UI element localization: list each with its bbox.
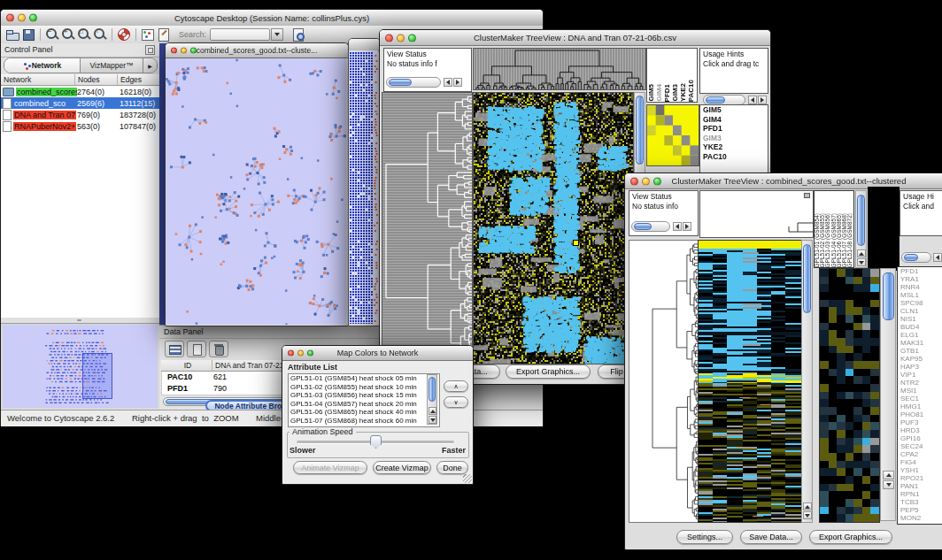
network-list-row[interactable]: combined_sco 2569(6) 13112(15)	[1, 97, 159, 109]
hscroll-thumb[interactable]	[389, 79, 412, 86]
gene-label[interactable]: HMG1	[898, 403, 942, 410]
close-button[interactable]	[171, 48, 177, 54]
row-label[interactable]: PAC10	[700, 152, 768, 162]
zoom-fit-icon[interactable]: ▫	[92, 27, 108, 42]
gene-label[interactable]: NIS1	[898, 315, 942, 323]
vscroll-thumb[interactable]	[636, 96, 644, 165]
scroll-down-button[interactable]	[429, 416, 436, 424]
gene-label[interactable]: MSL1	[898, 291, 942, 299]
gene-label[interactable]: MSI1	[898, 387, 942, 395]
attribute-item[interactable]: GPL51-04 (GSM857) heat shock 20 min	[289, 400, 439, 409]
minimize-button[interactable]	[642, 177, 650, 185]
tv2-zoom-heatmap[interactable]	[819, 268, 880, 523]
gene-label[interactable]: CLN1	[898, 307, 942, 315]
vscroll-thumb[interactable]	[429, 377, 436, 402]
tv2-settings-button[interactable]: Settings...	[676, 530, 733, 544]
tv2-zoom-vscrollbar[interactable]	[880, 268, 896, 521]
tv1-status-hscrollbar[interactable]	[386, 77, 441, 88]
save-session-icon[interactable]	[20, 27, 36, 42]
network-view-canvas[interactable]	[166, 58, 346, 325]
tv1-similarity-matrix[interactable]	[646, 104, 699, 166]
scroll-left-button[interactable]	[673, 222, 682, 231]
move-attribute-down-button[interactable]: ∨	[444, 396, 468, 408]
tab-vizmapper[interactable]: VizMapper™	[81, 58, 143, 73]
gene-label[interactable]: SPC98	[898, 299, 942, 307]
row-label[interactable]: YKE2	[700, 142, 768, 152]
row-label[interactable]: GIM5	[700, 105, 768, 115]
hscroll-thumb[interactable]	[904, 254, 918, 261]
gene-label[interactable]: NTR2	[898, 379, 942, 387]
column-label[interactable]: YKE2	[679, 83, 687, 102]
gene-label[interactable]: BUD4	[898, 323, 942, 331]
tv2-labels-vscrollbar[interactable]	[855, 190, 867, 268]
create-vizmap-button[interactable]: Create Vizmap	[373, 461, 431, 474]
column-header-nodes[interactable]: Nodes	[75, 74, 118, 86]
tv2-status-hscrollbar[interactable]	[631, 221, 670, 232]
minimize-button[interactable]	[181, 48, 187, 54]
close-button[interactable]	[6, 14, 14, 22]
column-label[interactable]: PAC10	[687, 80, 695, 102]
hscroll-thumb[interactable]	[706, 96, 725, 104]
scroll-down-button[interactable]	[803, 511, 812, 519]
scroll-left-button[interactable]	[933, 253, 942, 262]
minimize-button[interactable]	[397, 34, 405, 42]
gene-label[interactable]: HAP3	[898, 363, 942, 371]
tab-network[interactable]: Network	[4, 58, 81, 73]
scroll-up-button[interactable]	[429, 407, 436, 415]
tv2-row-dendrogram[interactable]	[629, 240, 699, 523]
network-list-row[interactable]: RNAPuberNov2+ 563(0) 107847(0)	[1, 120, 159, 132]
gene-label[interactable]: RPN1	[898, 490, 942, 498]
search-input[interactable]	[210, 28, 270, 41]
zoom-button[interactable]	[29, 14, 37, 22]
attribute-listbox[interactable]: GPL51-01 (GSM854) heat shock 05 minGPL51…	[288, 373, 440, 427]
column-label[interactable]: PFD1	[663, 84, 671, 102]
tv2-heatmap-vscrollbar[interactable]	[801, 240, 813, 523]
scroll-right-button[interactable]	[453, 78, 462, 87]
network-list-row[interactable]: combined_scores 2764(0) 16218(0)	[1, 86, 159, 97]
minimize-button[interactable]	[297, 350, 304, 357]
gene-label[interactable]: RPO21	[898, 474, 942, 482]
network-list-row[interactable]: DNA and Tran 07 769(0) 183728(0)	[1, 109, 159, 120]
move-attribute-up-button[interactable]: ∧	[444, 380, 468, 392]
vscroll-thumb[interactable]	[857, 195, 865, 246]
resize-grip[interactable]	[463, 474, 472, 483]
gene-label[interactable]: MON2	[898, 514, 942, 522]
attribute-item[interactable]: GPL51-03 (GSM856) heat shock 15 min	[289, 391, 439, 400]
filter-icon[interactable]	[290, 27, 306, 42]
tab-overflow-button[interactable]: ▶	[143, 58, 157, 73]
zoom-in-icon[interactable]: +	[60, 27, 76, 42]
gene-label[interactable]: MAK31	[898, 339, 942, 347]
tv2-column-labels[interactable]: GPL51-01 (GSM854)GPL51-02 (GSM855)GPL51-…	[814, 190, 854, 268]
zoom-out-icon[interactable]: −	[44, 27, 60, 42]
column-label[interactable]: GPL51-03 (GSM856)	[825, 213, 830, 267]
network-list[interactable]: combined_scores 2764(0) 16218(0) combine…	[1, 86, 159, 318]
attribute-item[interactable]: GPL51-02 (GSM855) heat shock 10 min	[289, 383, 439, 392]
attribute-item[interactable]: GPL51-06 (GSM865) heat shock 40 min	[289, 408, 439, 417]
gene-label[interactable]: YRA1	[898, 275, 942, 283]
gene-label[interactable]: ELG1	[898, 331, 942, 339]
vscroll-thumb[interactable]	[883, 272, 894, 320]
scroll-up-button[interactable]	[857, 249, 866, 257]
tv2-usage-hscrollbar[interactable]	[901, 252, 931, 263]
row-label[interactable]: PFD1	[700, 124, 768, 134]
hscroll-thumb[interactable]	[634, 223, 652, 230]
annotation-icon[interactable]	[156, 27, 172, 42]
zoom-button[interactable]	[190, 48, 197, 54]
column-label[interactable]: GIM3	[671, 84, 679, 102]
column-header-edges[interactable]: Edges	[118, 74, 159, 86]
gene-label[interactable]: CPA2	[898, 450, 942, 458]
column-header-id[interactable]: ID	[161, 360, 212, 372]
tv1-row-dendrogram[interactable]	[382, 92, 473, 364]
gene-label[interactable]: SEC1	[898, 395, 942, 403]
column-label[interactable]: GPL51-08 (GSM872)	[847, 213, 853, 267]
scroll-right-button[interactable]	[683, 222, 691, 231]
row-label[interactable]: GIM4	[700, 115, 768, 125]
tv1-export-graphics-button[interactable]: Export Graphics...	[506, 364, 591, 379]
tv2-export-graphics-button[interactable]: Export Graphics...	[809, 530, 892, 544]
minimize-button[interactable]	[18, 14, 26, 22]
zoom-selected-icon[interactable]: □	[76, 27, 92, 42]
vscroll-thumb[interactable]	[803, 244, 811, 313]
gene-label[interactable]: YSH1	[898, 466, 942, 474]
search-dropdown-button[interactable]	[271, 28, 283, 41]
delete-attribute-button[interactable]	[209, 341, 228, 357]
